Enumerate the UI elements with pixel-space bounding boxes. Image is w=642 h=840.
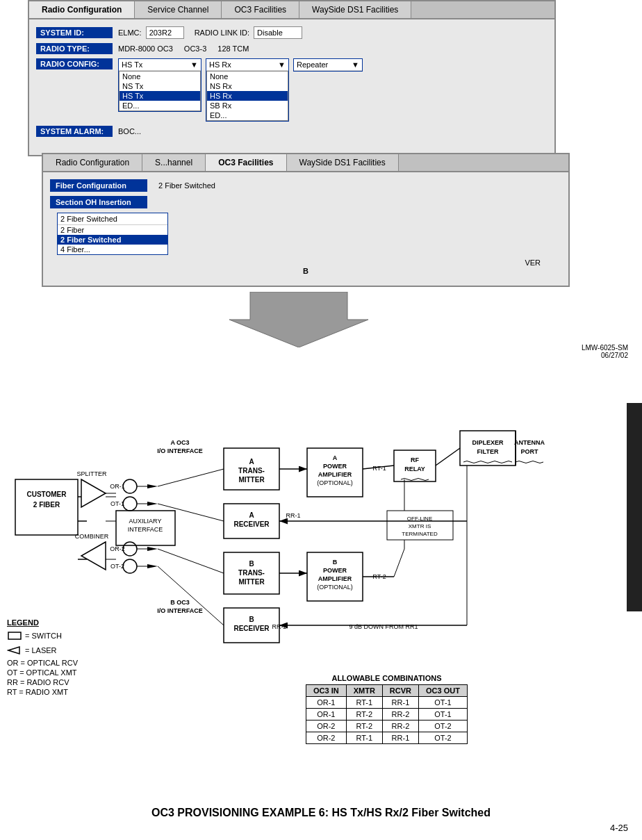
- svg-text:PORT: PORT: [520, 448, 538, 455]
- svg-marker-24: [147, 502, 158, 506]
- svg-point-18: [123, 479, 137, 493]
- table-row: OR-1RT-1RR-1OT-1: [306, 697, 468, 709]
- ver-label: VER: [50, 258, 561, 267]
- svg-marker-20: [147, 484, 158, 488]
- table-cell: RR-1: [382, 697, 418, 709]
- second-tab-oc3[interactable]: OC3 Facilities: [206, 154, 286, 171]
- legend-ot: OT = OPTICAL XMT: [7, 668, 78, 677]
- hs-tx-selected[interactable]: HS Tx ▼: [119, 59, 201, 71]
- system-alarm-row: SYSTEM ALARM: BOC...: [36, 126, 548, 137]
- repeater-selected[interactable]: Repeater ▼: [294, 59, 362, 71]
- svg-text:FILTER: FILTER: [477, 448, 499, 455]
- radio-link-id-input[interactable]: [254, 26, 302, 39]
- svg-text:A: A: [249, 511, 254, 519]
- second-tab-service[interactable]: S...hannel: [142, 154, 206, 171]
- oc3-value: OC3-3: [184, 44, 206, 53]
- svg-marker-98: [8, 632, 21, 639]
- second-tab-radio[interactable]: Radio Configuration: [43, 154, 142, 171]
- table-cell: RT-1: [346, 732, 382, 744]
- svg-text:AMPLIFIER: AMPLIFIER: [318, 575, 352, 582]
- radio-config-row: RADIO CONFIG: HS Tx ▼ None NS Tx HS Tx E…: [36, 58, 548, 122]
- fiber-dropdown-selected[interactable]: 2 Fiber Switched: [58, 213, 167, 225]
- switch-icon: [7, 629, 22, 642]
- tab-wayside-ds1[interactable]: WaySide DS1 Facilities: [299, 1, 411, 18]
- svg-text:POWER: POWER: [323, 463, 347, 470]
- svg-text:RF: RF: [411, 456, 419, 463]
- svg-marker-28: [147, 547, 158, 551]
- tab-oc3-facilities[interactable]: OC3 Facilities: [222, 1, 299, 18]
- col-rcvr: RCVR: [382, 685, 418, 697]
- svg-text:AMPLIFIER: AMPLIFIER: [318, 471, 352, 478]
- rx-ed[interactable]: ED...: [207, 110, 288, 120]
- svg-point-22: [123, 497, 137, 511]
- svg-text:TRANS-: TRANS-: [238, 569, 265, 577]
- legend-title: LEGEND: [7, 618, 78, 627]
- svg-text:B: B: [249, 560, 254, 568]
- svg-text:AUXILIARY: AUXILIARY: [129, 518, 162, 525]
- section-oh-row: Section OH Insertion: [50, 196, 561, 208]
- big-arrow: [229, 292, 368, 349]
- main-diagram-svg: CUSTOMER 2 FIBER SPLITTER COMBINER AUXIL…: [8, 340, 634, 688]
- fiber-config-row: Fiber Configuration 2 Fiber Switched: [50, 179, 561, 192]
- table-cell: RR-1: [382, 732, 418, 744]
- svg-text:B: B: [333, 559, 338, 566]
- fiber-dropdown-container: 2 Fiber Switched 2 Fiber 2 Fiber Switche…: [57, 213, 561, 255]
- hs-rx-list: None NS Rx HS Rx SB Rx ED...: [206, 71, 288, 121]
- radio-link-id-label: RADIO LINK ID:: [195, 28, 249, 37]
- legend-section: LEGEND = SWITCH = LASER OR = OPTICAL RCV…: [7, 618, 78, 696]
- svg-text:OR-2: OR-2: [110, 545, 125, 552]
- option-4fiber[interactable]: 4 Fiber...: [58, 245, 167, 254]
- second-tab-wayside[interactable]: WaySide DS1 Facilities: [287, 154, 399, 171]
- system-id-row: SYSTEM ID: ELMC: RADIO LINK ID:: [36, 26, 548, 39]
- col-oc3out: OC3 OUT: [419, 685, 468, 697]
- fiber-config-value: 2 Fiber Switched: [158, 181, 215, 190]
- table-cell: RT-2: [346, 709, 382, 720]
- table-row: OR-1RT-2RR-2OT-1: [306, 709, 468, 720]
- table-cell: OT-1: [419, 697, 468, 709]
- rx-ns[interactable]: NS Rx: [207, 81, 288, 91]
- legend-rt: RT = RADIO XMT: [7, 688, 78, 696]
- hs-rx-selected[interactable]: HS Rx ▼: [206, 59, 288, 71]
- svg-text:RECEIVER: RECEIVER: [233, 625, 270, 632]
- combinations-title: ALLOWABLE COMBINATIONS: [306, 674, 468, 682]
- svg-text:XMTR IS: XMTR IS: [409, 523, 431, 529]
- hs-tx-dropdown[interactable]: HS Tx ▼ None NS Tx HS Tx ED...: [118, 58, 201, 112]
- elmc-input[interactable]: [146, 26, 184, 39]
- combinations-table: OC3 IN XMTR RCVR OC3 OUT OR-1RT-1RR-1OT-…: [306, 684, 468, 744]
- svg-line-40: [158, 469, 224, 486]
- hs-rx-dropdown[interactable]: HS Rx ▼ None NS Rx HS Rx SB Rx ED...: [206, 58, 289, 122]
- svg-text:(OPTIONAL): (OPTIONAL): [317, 479, 353, 486]
- svg-text:INTERFACE: INTERFACE: [128, 526, 163, 533]
- boc-value: BOC...: [118, 127, 141, 135]
- tx-ns[interactable]: NS Tx: [120, 81, 200, 91]
- table-cell: OT-1: [419, 709, 468, 720]
- tx-hs[interactable]: HS Tx: [120, 91, 200, 101]
- tab-radio-config[interactable]: Radio Configuration: [29, 1, 135, 18]
- svg-text:TERMINATED: TERMINATED: [402, 531, 438, 537]
- svg-text:SPLITTER: SPLITTER: [76, 470, 107, 477]
- svg-text:RELAY: RELAY: [404, 466, 425, 472]
- laser-icon: [7, 644, 22, 657]
- table-cell: OR-2: [306, 732, 347, 744]
- rx-hs[interactable]: HS Rx: [207, 91, 288, 101]
- svg-line-74: [394, 549, 404, 577]
- option-2fiber[interactable]: 2 Fiber: [58, 225, 167, 235]
- svg-text:OR-1: OR-1: [110, 483, 125, 490]
- rx-none[interactable]: None: [207, 72, 288, 81]
- tcm-value: 128 TCM: [217, 44, 249, 53]
- tx-none[interactable]: None: [120, 72, 200, 81]
- tab-service-channel[interactable]: Service Channel: [135, 1, 222, 18]
- tx-ed[interactable]: ED...: [120, 101, 200, 110]
- b-label: B: [50, 267, 561, 279]
- option-2fiber-switched[interactable]: 2 Fiber Switched: [58, 235, 167, 245]
- svg-text:DIPLEXER: DIPLEXER: [472, 439, 504, 446]
- repeater-dropdown[interactable]: Repeater ▼: [293, 58, 363, 72]
- table-header-row: OC3 IN XMTR RCVR OC3 OUT: [306, 685, 468, 697]
- rx-sb[interactable]: SB Rx: [207, 101, 288, 110]
- fiber-dropdown[interactable]: 2 Fiber Switched 2 Fiber 2 Fiber Switche…: [57, 213, 168, 255]
- svg-text:A: A: [249, 458, 254, 466]
- svg-text:I/O INTERFACE: I/O INTERFACE: [157, 447, 203, 454]
- svg-text:OT-2: OT-2: [110, 563, 124, 570]
- svg-line-82: [436, 448, 460, 466]
- legend-or: OR = OPTICAL RCV: [7, 659, 78, 667]
